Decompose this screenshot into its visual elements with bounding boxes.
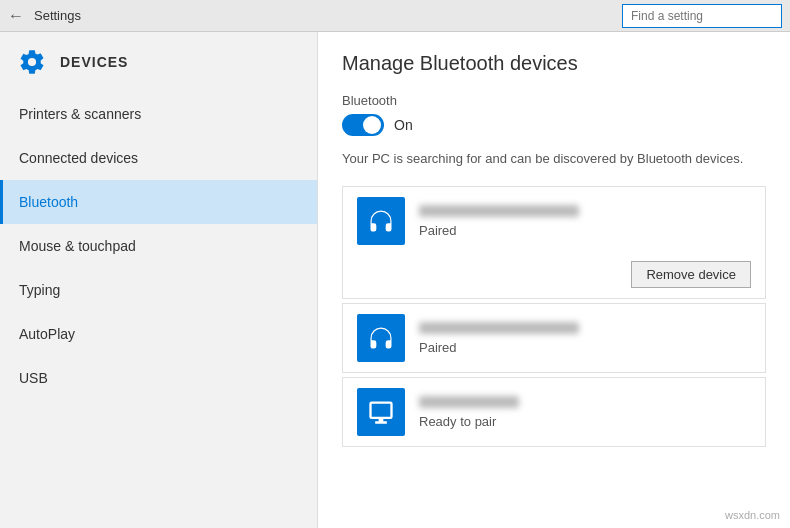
device-card-main-2[interactable]: Paired <box>343 304 765 372</box>
sidebar: DEVICES Printers & scanners Connected de… <box>0 32 318 528</box>
device-info-1: Paired <box>419 205 579 238</box>
devices-icon <box>16 46 48 78</box>
content-area: Manage Bluetooth devices Bluetooth On Yo… <box>318 32 790 528</box>
remove-device-button[interactable]: Remove device <box>631 261 751 288</box>
device-name-1 <box>419 205 579 217</box>
titlebar: ← Settings <box>0 0 790 32</box>
device-card-main-3[interactable]: Ready to pair <box>343 378 765 446</box>
sidebar-item-autoplay[interactable]: AutoPlay <box>0 312 317 356</box>
sidebar-item-mouse[interactable]: Mouse & touchpad <box>0 224 317 268</box>
page-title: Manage Bluetooth devices <box>342 52 766 75</box>
search-status-text: Your PC is searching for and can be disc… <box>342 150 766 168</box>
device-card-3: Ready to pair <box>342 377 766 447</box>
sidebar-item-typing[interactable]: Typing <box>0 268 317 312</box>
toggle-row: On <box>342 114 766 136</box>
sidebar-header: DEVICES <box>0 32 317 92</box>
sidebar-item-bluetooth[interactable]: Bluetooth <box>0 180 317 224</box>
sidebar-item-connected[interactable]: Connected devices <box>0 136 317 180</box>
back-button[interactable]: ← <box>8 7 24 25</box>
sidebar-title: DEVICES <box>60 54 128 70</box>
watermark: wsxdn.com <box>721 508 784 522</box>
bluetooth-toggle[interactable] <box>342 114 384 136</box>
toggle-knob <box>363 116 381 134</box>
device-name-3 <box>419 396 519 408</box>
search-input[interactable] <box>622 4 782 28</box>
toggle-state-label: On <box>394 117 413 133</box>
main-container: DEVICES Printers & scanners Connected de… <box>0 32 790 528</box>
device-card-actions-1: Remove device <box>343 255 765 298</box>
device-info-2: Paired <box>419 322 579 355</box>
device-name-2 <box>419 322 579 334</box>
sidebar-nav: Printers & scanners Connected devices Bl… <box>0 92 317 400</box>
device-status-1: Paired <box>419 223 579 238</box>
device-status-3: Ready to pair <box>419 414 519 429</box>
sidebar-item-printers[interactable]: Printers & scanners <box>0 92 317 136</box>
device-card-1: Paired Remove device <box>342 186 766 299</box>
titlebar-title: Settings <box>34 8 81 23</box>
sidebar-item-usb[interactable]: USB <box>0 356 317 400</box>
device-card-2: Paired <box>342 303 766 373</box>
device-status-2: Paired <box>419 340 579 355</box>
device-icon-3 <box>357 388 405 436</box>
device-icon-2 <box>357 314 405 362</box>
device-info-3: Ready to pair <box>419 396 519 429</box>
device-icon-1 <box>357 197 405 245</box>
device-card-main-1[interactable]: Paired <box>343 187 765 255</box>
bluetooth-label: Bluetooth <box>342 93 766 108</box>
